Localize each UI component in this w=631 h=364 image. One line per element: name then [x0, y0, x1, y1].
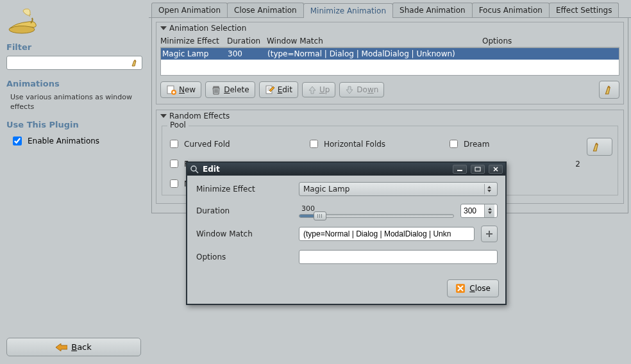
- col-duration[interactable]: Duration: [227, 37, 267, 46]
- close-icon: [455, 283, 466, 294]
- use-plugin-heading: Use This Plugin: [6, 120, 142, 129]
- sidebar: Filter Animations Use various animations…: [0, 0, 149, 364]
- clear-pool-button[interactable]: [587, 138, 612, 156]
- pool-item-curved-fold[interactable]: Curved Fold: [167, 138, 307, 150]
- effect-value: Magic Lamp: [303, 185, 349, 194]
- back-button[interactable]: Back: [6, 338, 141, 356]
- search-icon: [190, 165, 199, 174]
- minimize-window-button[interactable]: [453, 165, 467, 174]
- broom-icon: [603, 84, 615, 95]
- col-options[interactable]: Options: [482, 37, 619, 46]
- up-arrow-icon: [308, 85, 317, 94]
- dialog-title: Edit: [203, 165, 449, 174]
- disclosure-icon: [160, 114, 167, 118]
- dialog-titlebar[interactable]: Edit: [187, 163, 505, 176]
- tab-effect-settings[interactable]: Effect Settings: [549, 3, 619, 17]
- effect-combo[interactable]: Magic Lamp: [299, 182, 498, 196]
- plus-icon: [485, 229, 494, 238]
- delete-button[interactable]: Delete: [205, 81, 255, 98]
- filter-input[interactable]: [8, 58, 130, 68]
- enable-animations-label: Enable Animations: [28, 136, 99, 145]
- svg-point-5: [191, 166, 196, 171]
- anim-table-header: Minimize Effect Duration Window Match Op…: [160, 35, 619, 47]
- svg-rect-6: [457, 170, 462, 171]
- animations-desc: Use various animations as window effects: [10, 92, 139, 112]
- effect-label: Minimize Effect: [196, 185, 292, 194]
- enable-animations-checkbox[interactable]: [13, 136, 22, 145]
- duration-input[interactable]: [461, 206, 484, 216]
- edit-icon: [265, 85, 275, 95]
- new-icon: [166, 85, 176, 95]
- clear-anim-button[interactable]: [599, 81, 619, 99]
- tab-open-animation[interactable]: Open Animation: [151, 3, 228, 17]
- pool-item-dream[interactable]: Dream: [447, 138, 587, 150]
- pool-label: Pool: [167, 120, 189, 129]
- trash-icon: [211, 85, 221, 95]
- match-label: Window Match: [196, 229, 292, 238]
- down-arrow-icon: [345, 85, 354, 94]
- tab-minimize-animation[interactable]: Minimize Animation: [303, 3, 393, 18]
- row-effect: Magic Lamp: [161, 49, 228, 58]
- maximize-window-button[interactable]: [471, 165, 485, 174]
- disclosure-icon: [160, 26, 167, 30]
- filter-heading: Filter: [6, 42, 142, 52]
- edit-button[interactable]: Edit: [259, 81, 298, 98]
- row-duration: 300: [228, 49, 267, 58]
- duration-label: Duration: [196, 206, 292, 215]
- animations-heading: Animations: [6, 79, 142, 88]
- options-input[interactable]: [299, 250, 498, 264]
- enable-animations-row: Enable Animations: [10, 135, 142, 147]
- slider-thumb[interactable]: [314, 211, 326, 220]
- col-window-match[interactable]: Window Match: [267, 37, 482, 46]
- anim-table-body: Magic Lamp 300 (type=Normal | Dialog | M…: [160, 47, 619, 76]
- clear-filter-icon[interactable]: [130, 58, 140, 68]
- options-label: Options: [196, 252, 292, 261]
- duration-spin[interactable]: [460, 204, 498, 218]
- svg-rect-7: [475, 167, 480, 171]
- row-options: [483, 49, 619, 58]
- anim-toolbar: New Delete Edit Up Down: [160, 81, 619, 99]
- random-effects-label[interactable]: Random Effects: [160, 112, 231, 120]
- animation-selection-label[interactable]: Animation Selection: [160, 24, 248, 33]
- down-button[interactable]: Down: [339, 82, 384, 97]
- row-match: (type=Normal | Dialog | ModalDialog | Un…: [267, 49, 483, 58]
- dialog-body: Minimize Effect Magic Lamp Duration 300 …: [187, 176, 505, 277]
- tab-focus-animation[interactable]: Focus Animation: [472, 3, 550, 17]
- edit-dialog: Edit Minimize Effect Magic Lamp Duration…: [186, 161, 507, 305]
- dialog-close-button[interactable]: Close: [447, 279, 499, 297]
- spin-buttons[interactable]: [484, 204, 494, 217]
- tab-bar: Open Animation Close Animation Minimize …: [149, 3, 631, 18]
- add-match-button[interactable]: [481, 226, 498, 242]
- tab-shade-animation[interactable]: Shade Animation: [392, 3, 473, 17]
- tab-close-animation[interactable]: Close Animation: [227, 3, 304, 17]
- filter-input-wrap: [6, 56, 142, 70]
- match-input[interactable]: [299, 227, 475, 241]
- combo-knob-icon: [484, 184, 493, 194]
- new-button[interactable]: New: [160, 81, 201, 98]
- up-button[interactable]: Up: [302, 82, 335, 97]
- col-minimize-effect[interactable]: Minimize Effect: [160, 37, 227, 46]
- duration-slider[interactable]: 300: [299, 204, 454, 218]
- broom-icon: [591, 141, 603, 153]
- animation-selection-group: Animation Selection Minimize Effect Dura…: [156, 22, 624, 104]
- svg-rect-3: [214, 87, 219, 88]
- lamp-icon: [6, 5, 47, 36]
- pool-item-horizontal-folds[interactable]: Horizontal Folds: [307, 138, 447, 150]
- back-arrow-icon: [56, 343, 67, 351]
- close-window-button[interactable]: [489, 165, 503, 174]
- table-row[interactable]: Magic Lamp 300 (type=Normal | Dialog | M…: [161, 48, 619, 60]
- plugin-logo: [6, 5, 142, 36]
